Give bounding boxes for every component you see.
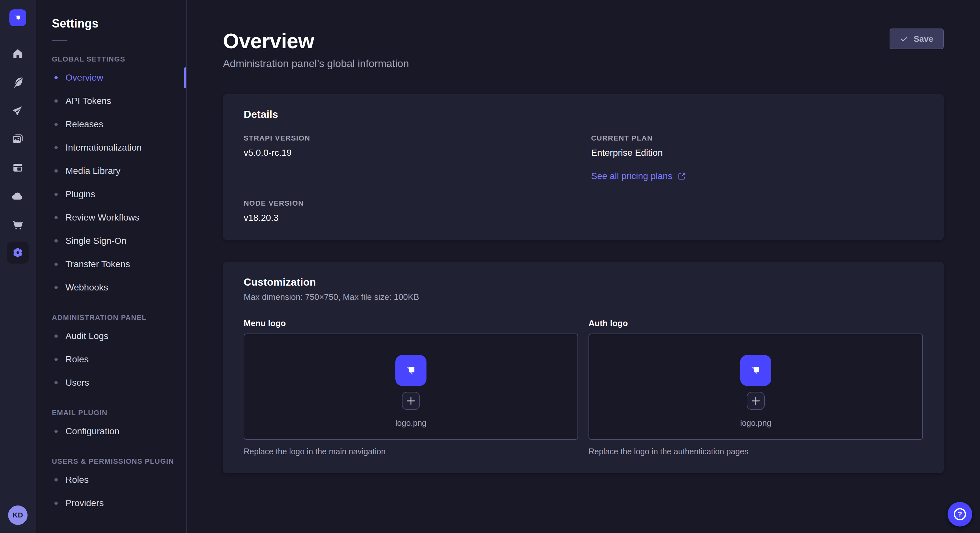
sidebar-item-label: Single Sign-On [65, 236, 126, 246]
sidebar-item-label: Providers [65, 498, 104, 508]
sidebar-item-label: Configuration [65, 426, 119, 436]
sidebar-item-plugins[interactable]: Plugins [36, 182, 186, 206]
sidebar-item-up-roles[interactable]: Roles [36, 468, 186, 492]
media-library-icon[interactable] [6, 128, 30, 151]
rail-user-area: KD [0, 497, 36, 533]
marketplace-cart-icon[interactable] [6, 213, 30, 236]
sidebar-item-transfer-tokens[interactable]: Transfer Tokens [36, 252, 186, 276]
menu-logo-field: Menu logo [244, 318, 578, 456]
bullet-icon [54, 263, 58, 266]
settings-subnav: Settings GLOBAL SETTINGS Overview API To… [36, 0, 187, 533]
sidebar-item-internationalization[interactable]: Internationalization [36, 136, 186, 159]
details-card-title: Details [244, 108, 923, 121]
sidebar-item-webhooks[interactable]: Webhooks [36, 276, 186, 299]
sidebar-item-admin-roles[interactable]: Roles [36, 348, 186, 371]
strapi-version-value: v5.0.0-rc.19 [244, 148, 576, 158]
auth-logo-dropzone[interactable]: logo.png [589, 333, 923, 440]
sidebar-item-overview[interactable]: Overview [36, 66, 186, 89]
sidebar-item-up-providers[interactable]: Providers [36, 492, 186, 515]
help-button[interactable]: ? [948, 502, 972, 527]
auth-logo-add-button[interactable] [747, 392, 765, 410]
strapi-admin-app: KD Settings GLOBAL SETTINGS Overview API… [0, 0, 980, 533]
strapi-logo[interactable] [10, 10, 26, 26]
sidebar-item-label: Overview [65, 73, 103, 83]
bullet-icon [54, 381, 58, 384]
main-content: Overview Administration panel’s global i… [187, 0, 980, 533]
strapi-logo-icon [13, 13, 23, 23]
auth-logo-hint: Replace the logo in the authentication p… [589, 447, 923, 456]
section-label-global-settings: GLOBAL SETTINGS [52, 55, 186, 63]
bullet-icon [54, 193, 58, 196]
sidebar-item-releases[interactable]: Releases [36, 113, 186, 136]
sidebar-item-label: Internationalization [65, 143, 142, 153]
bullet-icon [54, 216, 58, 219]
sidebar-item-admin-users[interactable]: Users [36, 371, 186, 394]
content-type-builder-icon[interactable] [6, 71, 30, 94]
settings-gear-icon[interactable] [7, 241, 29, 263]
node-version-value: v18.20.3 [244, 213, 576, 223]
plus-icon [751, 397, 760, 405]
page-header: Overview Administration panel’s global i… [223, 0, 944, 70]
sidebar-item-media-library[interactable]: Media Library [36, 159, 186, 182]
menu-logo-add-button[interactable] [402, 392, 420, 410]
bullet-icon [54, 478, 58, 482]
users-permissions-list: Roles Providers [36, 468, 186, 515]
external-link-icon [678, 172, 686, 180]
viewport: KD Settings GLOBAL SETTINGS Overview API… [0, 0, 980, 533]
home-icon[interactable] [6, 42, 30, 65]
sidebar-item-email-configuration[interactable]: Configuration [36, 420, 186, 443]
bullet-icon [54, 123, 58, 126]
bullet-icon [54, 430, 58, 433]
bullet-icon [54, 358, 58, 361]
releases-send-icon[interactable] [6, 99, 30, 122]
bullet-icon [54, 239, 58, 243]
current-plan-label: CURRENT PLAN [591, 134, 923, 143]
administration-panel-list: Audit Logs Roles Users [36, 324, 186, 394]
pricing-plans-link[interactable]: See all pricing plans [591, 171, 686, 181]
sidebar-item-single-sign-on[interactable]: Single Sign-On [36, 229, 186, 252]
deploy-cloud-icon[interactable] [6, 185, 30, 208]
strapi-version-label: STRAPI VERSION [244, 134, 576, 143]
subnav-title: Settings [36, 17, 186, 30]
global-settings-list: Overview API Tokens Releases Internation… [36, 66, 186, 299]
save-button-label: Save [913, 34, 933, 44]
page-title: Overview [223, 29, 944, 53]
node-version-field: NODE VERSION v18.20.3 [244, 199, 576, 223]
sidebar-item-label: API Tokens [65, 96, 111, 106]
customization-card-title: Customization [244, 276, 923, 288]
sidebar-item-label: Users [65, 378, 89, 388]
logo-upload-grid: Menu logo [244, 318, 923, 456]
menu-logo-dropzone[interactable]: logo.png [244, 333, 578, 440]
sidebar-item-label: Roles [65, 354, 89, 365]
content-manager-icon[interactable] [6, 156, 30, 179]
auth-logo-filename: logo.png [740, 418, 771, 428]
section-label-administration-panel: ADMINISTRATION PANEL [52, 314, 186, 322]
menu-logo-preview [395, 355, 426, 386]
user-avatar[interactable]: KD [8, 506, 27, 525]
bullet-icon [54, 501, 58, 505]
bullet-icon [54, 146, 58, 149]
bullet-icon [54, 76, 58, 79]
section-label-users-permissions-plugin: USERS & PERMISSIONS PLUGIN [52, 457, 186, 466]
sidebar-item-label: Webhooks [65, 282, 108, 293]
save-button[interactable]: Save [889, 29, 944, 49]
section-label-email-plugin: EMAIL PLUGIN [52, 409, 186, 417]
sidebar-item-label: Audit Logs [65, 331, 108, 341]
check-icon [900, 35, 908, 43]
details-grid: STRAPI VERSION v5.0.0-rc.19 CURRENT PLAN… [244, 134, 923, 223]
main-nav-rail: KD [0, 0, 36, 533]
auth-logo-preview [740, 355, 771, 386]
auth-logo-label: Auth logo [589, 318, 923, 328]
bullet-icon [54, 99, 58, 103]
workspace-logo-wrap [0, 0, 36, 36]
subnav-divider [52, 40, 67, 41]
sidebar-item-review-workflows[interactable]: Review Workflows [36, 206, 186, 229]
auth-logo-field: Auth logo [589, 318, 923, 456]
strapi-version-field: STRAPI VERSION v5.0.0-rc.19 [244, 134, 576, 182]
sidebar-item-audit-logs[interactable]: Audit Logs [36, 324, 186, 348]
menu-logo-filename: logo.png [395, 418, 426, 428]
customization-card-subtitle: Max dimension: 750×750, Max file size: 1… [244, 292, 923, 302]
sidebar-item-api-tokens[interactable]: API Tokens [36, 89, 186, 113]
sidebar-item-label: Releases [65, 119, 103, 130]
bullet-icon [54, 335, 58, 338]
